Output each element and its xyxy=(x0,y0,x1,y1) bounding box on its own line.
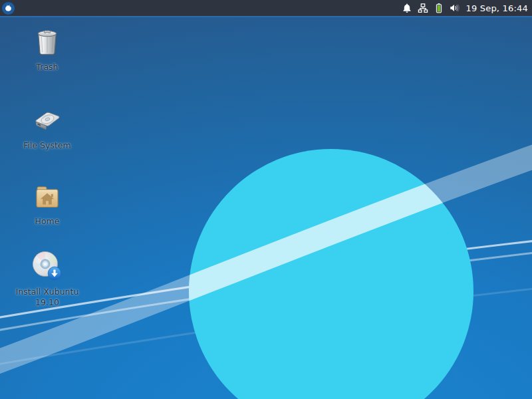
panel-clock[interactable]: 19 Sep, 16:44 xyxy=(466,3,528,13)
install-cd-icon xyxy=(31,250,63,282)
trash-can-icon xyxy=(31,25,63,57)
icon-label: Trash xyxy=(36,62,58,72)
desktop-icon-trash[interactable]: Trash xyxy=(11,25,84,72)
desktop-icon-file-system[interactable]: File System xyxy=(11,104,84,151)
top-panel: 19 Sep, 16:44 xyxy=(0,0,532,17)
home-folder-icon xyxy=(31,180,63,211)
desktop-wallpaper: Trash xyxy=(0,17,532,399)
xubuntu-desktop: 19 Sep, 16:44 xyxy=(0,0,532,399)
whisker-menu-icon xyxy=(2,2,15,15)
icon-label: File System xyxy=(23,140,71,151)
desktop-icon-install-xubuntu[interactable]: Install Xubuntu 19.10 xyxy=(11,250,84,307)
network-wired-icon[interactable] xyxy=(418,3,428,13)
battery-icon[interactable] xyxy=(434,3,444,13)
hard-drive-icon xyxy=(31,104,63,136)
volume-icon[interactable] xyxy=(450,3,460,13)
icon-label: Home xyxy=(35,216,60,227)
whisker-menu-button[interactable] xyxy=(0,0,16,16)
desktop-icon-home[interactable]: Home xyxy=(11,180,84,227)
system-tray xyxy=(402,3,460,13)
notification-bell-icon[interactable] xyxy=(402,3,412,13)
icon-label: Install Xubuntu 19.10 xyxy=(11,287,84,307)
